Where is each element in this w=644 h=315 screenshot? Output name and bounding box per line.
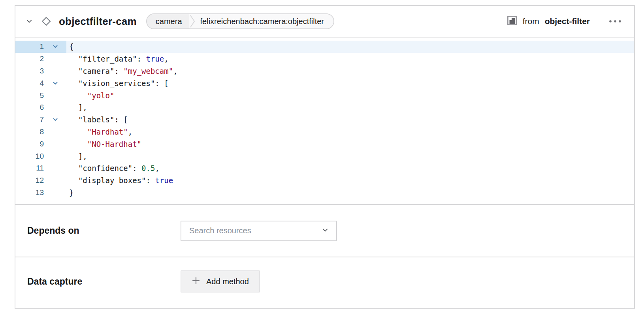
module-source: from object-filter — [507, 15, 590, 28]
search-resources-dropdown[interactable]: Search resources — [181, 221, 337, 241]
editor-gutter: 5 — [15, 89, 66, 101]
component-type: camera — [147, 14, 189, 28]
code-text[interactable]: } — [66, 187, 634, 199]
code-line[interactable]: 6 ], — [15, 101, 634, 114]
code-text[interactable]: "camera": "my_webcam", — [66, 65, 634, 77]
code-line[interactable]: 7 "labels": [ — [15, 114, 634, 126]
data-capture-label: Data capture — [27, 276, 181, 287]
editor-gutter: 4 — [15, 77, 66, 89]
plus-icon — [192, 276, 200, 287]
editor-gutter: 7 — [15, 114, 66, 126]
code-line[interactable]: 13} — [15, 187, 634, 199]
line-number: 3 — [15, 67, 44, 75]
code-line[interactable]: 3 "camera": "my_webcam", — [15, 65, 634, 77]
module-icon — [507, 15, 517, 28]
editor-gutter: 11 — [15, 162, 66, 174]
code-line[interactable]: 12 "display_boxes": true — [15, 174, 634, 187]
code-text[interactable]: "vision_services": [ — [66, 77, 634, 89]
code-line[interactable]: 2 "filter_data": true, — [15, 53, 634, 65]
fold-chevron-icon[interactable] — [44, 43, 66, 50]
editor-gutter: 13 — [15, 187, 66, 199]
line-number: 5 — [15, 91, 44, 100]
editor-gutter: 9 — [15, 138, 66, 150]
line-number: 1 — [15, 42, 44, 51]
editor-gutter: 6 — [15, 101, 66, 114]
editor-gutter: 8 — [15, 126, 66, 138]
code-line[interactable]: 11 "confidence": 0.5, — [15, 162, 634, 174]
collapse-chevron-icon[interactable] — [25, 17, 34, 26]
code-line[interactable]: 9 "NO-Hardhat" — [15, 138, 634, 150]
line-number: 9 — [15, 140, 44, 148]
editor-gutter: 10 — [15, 150, 66, 162]
line-number: 2 — [15, 54, 44, 63]
editor-gutter: 12 — [15, 174, 66, 187]
line-number: 6 — [15, 103, 44, 112]
card-header: objectfilter-cam camera felixreichenbach… — [15, 6, 634, 38]
module-from-label: from — [523, 17, 539, 26]
ellipsis-menu-icon[interactable] — [608, 19, 622, 23]
badge-separator-chevron-icon — [189, 14, 196, 28]
component-name: objectfilter-cam — [59, 15, 137, 28]
line-number: 13 — [15, 188, 44, 197]
resource-card: objectfilter-cam camera felixreichenbach… — [15, 5, 635, 309]
editor-gutter: 3 — [15, 65, 66, 77]
component-diamond-icon — [40, 15, 53, 28]
dropdown-chevron-down-icon — [321, 226, 329, 236]
code-text[interactable]: "display_boxes": true — [66, 174, 634, 187]
module-name: object-filter — [545, 17, 590, 26]
component-model: felixreichenbach:camera:objectfilter — [196, 14, 334, 28]
code-text[interactable]: "labels": [ — [66, 114, 634, 126]
code-line[interactable]: 8 "Hardhat", — [15, 126, 634, 138]
line-number: 8 — [15, 128, 44, 136]
fold-chevron-icon[interactable] — [44, 80, 66, 86]
search-resources-placeholder: Search resources — [189, 226, 321, 235]
depends-on-section: Depends on Search resources — [15, 205, 634, 257]
data-capture-section: Data capture Add method — [15, 257, 634, 306]
code-text[interactable]: "filter_data": true, — [66, 53, 634, 65]
add-method-button[interactable]: Add method — [181, 270, 260, 292]
code-text[interactable]: ], — [66, 101, 634, 114]
code-line[interactable]: 1{ — [15, 41, 634, 53]
editor-gutter: 2 — [15, 53, 66, 65]
code-text[interactable]: { — [66, 41, 634, 53]
editor-gutter: 1 — [15, 41, 66, 53]
code-line[interactable]: 4 "vision_services": [ — [15, 77, 634, 89]
component-type-model-badge: camera felixreichenbach:camera:objectfil… — [146, 13, 334, 29]
line-number: 11 — [15, 164, 44, 172]
code-line[interactable]: 10 ], — [15, 150, 634, 162]
line-number: 10 — [15, 152, 44, 161]
code-text[interactable]: "yolo" — [66, 89, 634, 101]
json-config-editor[interactable]: 1{2 "filter_data": true,3 "camera": "my_… — [15, 38, 634, 205]
line-number: 7 — [15, 115, 44, 124]
fold-chevron-icon[interactable] — [44, 116, 66, 123]
depends-on-label: Depends on — [27, 225, 181, 236]
code-text[interactable]: "Hardhat", — [66, 126, 634, 138]
add-method-label: Add method — [206, 277, 249, 286]
code-text[interactable]: ], — [66, 150, 634, 162]
line-number: 12 — [15, 176, 44, 185]
code-text[interactable]: "NO-Hardhat" — [66, 138, 634, 150]
code-text[interactable]: "confidence": 0.5, — [66, 162, 634, 174]
line-number: 4 — [15, 79, 44, 88]
code-line[interactable]: 5 "yolo" — [15, 89, 634, 101]
